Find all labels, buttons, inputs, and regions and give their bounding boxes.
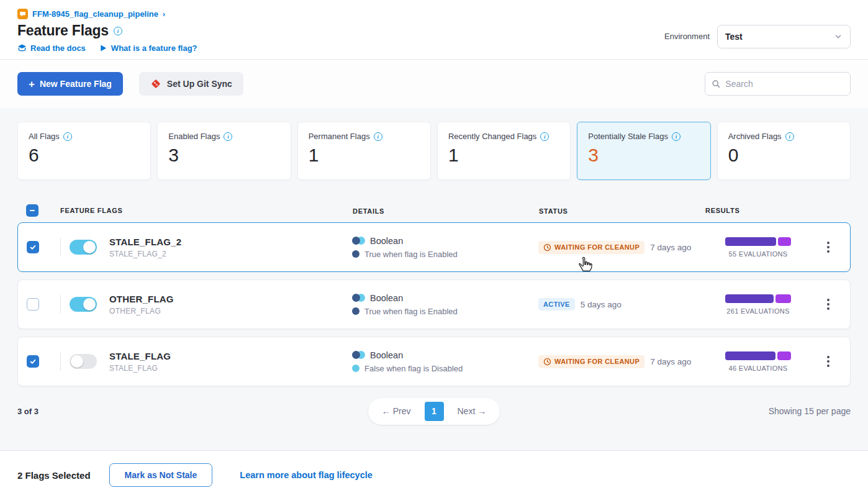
- status-time: 7 days ago: [650, 243, 691, 252]
- status-badge[interactable]: WAITING FOR CLEANUP: [538, 355, 644, 368]
- learn-more-link[interactable]: Learn more about flag lifecycle: [240, 470, 373, 480]
- toggle-knob: [83, 298, 96, 310]
- row-checkbox[interactable]: [27, 241, 39, 253]
- flag-toggle[interactable]: [70, 354, 97, 369]
- environment-select[interactable]: Test: [717, 25, 851, 48]
- variation-dot-icon: [352, 250, 359, 258]
- search-icon: [712, 79, 720, 89]
- stat-card-enabled-flags[interactable]: Enabled Flagsi 3: [157, 122, 291, 180]
- stat-label: Potentially Stale Flags: [588, 132, 668, 141]
- info-icon[interactable]: i: [224, 132, 232, 141]
- what-is-flag-label: What is a feature flag?: [111, 43, 197, 53]
- status-label: WAITING FOR CLEANUP: [554, 243, 640, 251]
- stat-label: Permanent Flags: [309, 132, 370, 141]
- stat-label: Enabled Flags: [168, 132, 220, 141]
- clock-icon: [543, 243, 551, 252]
- page-1-button[interactable]: 1: [425, 402, 444, 421]
- info-icon[interactable]: i: [672, 132, 680, 141]
- row-checkbox[interactable]: [27, 355, 39, 368]
- git-sync-label: Set Up Git Sync: [167, 79, 232, 89]
- breadcrumb-caret-icon: ›: [163, 10, 165, 19]
- plus-icon: +: [29, 79, 35, 89]
- status-badge[interactable]: ACTIVE: [538, 298, 575, 310]
- stat-value: 1: [448, 145, 559, 166]
- flag-variation: True when flag is Enabled: [364, 250, 458, 259]
- boolean-type-icon: [352, 294, 365, 302]
- flag-identifier: STALE_FLAG_2: [109, 250, 181, 258]
- stats-row: All Flagsi 6 Enabled Flagsi 3 Permanent …: [17, 122, 851, 180]
- pagination-summary: 3 of 3: [17, 407, 368, 416]
- evaluations-bar: [725, 294, 791, 303]
- variation-dot-icon: [352, 365, 359, 372]
- stat-card-potentially-stale-flags[interactable]: Potentially Stale Flagsi 3: [577, 122, 710, 180]
- flag-row-other-flag[interactable]: OTHER_FLAG OTHER_FLAG Boolean True when …: [17, 279, 851, 329]
- evaluations-bar: [725, 237, 791, 246]
- column-details: DETAILS: [353, 207, 384, 215]
- row-checkbox[interactable]: [27, 298, 39, 310]
- status-label: ACTIVE: [543, 301, 570, 308]
- environment-label: Environment: [664, 32, 710, 41]
- row-menu-button[interactable]: [823, 295, 833, 314]
- flag-row-stale-flag-2[interactable]: STALE_FLAG_2 STALE_FLAG_2 Boolean True w…: [17, 222, 851, 272]
- flag-name[interactable]: STALE_FLAG_2: [109, 237, 181, 247]
- next-page-button[interactable]: Next →: [450, 402, 494, 420]
- read-docs-label: Read the docs: [30, 43, 86, 53]
- new-feature-flag-label: New Feature Flag: [40, 79, 112, 89]
- chevron-down-icon: [834, 32, 843, 41]
- flag-kind: Boolean: [370, 236, 403, 246]
- flag-variation: True when flag is Enabled: [364, 307, 458, 316]
- table-header: FEATURE FLAGS DETAILS STATUS RESULTS: [17, 199, 851, 222]
- pagination-controls: ← Prev 1 Next →: [368, 398, 500, 425]
- page-header: FFM-8945_flag_cleanup_pipeline › Feature…: [0, 0, 868, 60]
- info-icon[interactable]: i: [63, 132, 72, 141]
- flag-name[interactable]: STALE_FLAG: [109, 351, 171, 361]
- select-all-checkbox[interactable]: [26, 204, 38, 217]
- prev-page-button[interactable]: ← Prev: [374, 402, 418, 420]
- title-info-icon[interactable]: i: [114, 27, 122, 35]
- check-icon: [29, 243, 37, 251]
- flag-identifier: OTHER_FLAG: [109, 307, 174, 315]
- info-icon[interactable]: i: [785, 132, 794, 141]
- evaluations-label: 46 EVALUATIONS: [729, 365, 788, 372]
- boolean-type-icon: [352, 351, 365, 359]
- stat-value: 3: [588, 145, 699, 166]
- stat-label: Recently Changed Flags: [448, 132, 536, 141]
- search-input[interactable]: [725, 79, 844, 89]
- flag-name[interactable]: OTHER_FLAG: [109, 294, 174, 304]
- flag-toggle[interactable]: [70, 240, 97, 255]
- pagination: 3 of 3 ← Prev 1 Next → Showing 15 per pa…: [17, 395, 851, 427]
- info-icon[interactable]: i: [540, 132, 549, 141]
- stat-card-permanent-flags[interactable]: Permanent Flagsi 1: [297, 122, 431, 180]
- status-badge[interactable]: WAITING FOR CLEANUP: [538, 241, 644, 254]
- minus-icon: [29, 207, 35, 214]
- toggle-knob: [71, 355, 83, 368]
- read-docs-link[interactable]: Read the docs: [17, 43, 86, 53]
- row-menu-button[interactable]: [823, 238, 833, 256]
- stat-card-all-flags[interactable]: All Flagsi 6: [17, 122, 151, 180]
- status-time: 5 days ago: [581, 300, 622, 309]
- breadcrumb-label[interactable]: FFM-8945_flag_cleanup_pipeline: [32, 9, 158, 19]
- environment-value: Test: [725, 32, 743, 42]
- page-title: Feature Flags: [17, 22, 109, 39]
- selected-count-text: 2 Flags Selected: [17, 470, 91, 481]
- stat-label: All Flags: [29, 132, 60, 141]
- git-sync-button[interactable]: Set Up Git Sync: [139, 72, 243, 96]
- evaluations-label: 55 EVALUATIONS: [729, 250, 788, 258]
- column-results: RESULTS: [705, 207, 739, 214]
- flag-toggle[interactable]: [70, 297, 97, 312]
- new-feature-flag-button[interactable]: + New Feature Flag: [17, 72, 123, 96]
- info-icon[interactable]: i: [374, 132, 382, 141]
- stat-value: 6: [29, 145, 140, 166]
- flag-kind: Boolean: [370, 293, 403, 303]
- check-icon: [29, 358, 37, 365]
- row-menu-button[interactable]: [823, 352, 833, 371]
- selection-bar: 2 Flags Selected Mark as Not Stale Learn…: [0, 450, 868, 503]
- flag-row-stale-flag[interactable]: STALE_FLAG STALE_FLAG Boolean False when…: [17, 337, 851, 386]
- mark-not-stale-button[interactable]: Mark as Not Stale: [109, 463, 213, 487]
- what-is-flag-link[interactable]: What is a feature flag?: [99, 43, 197, 53]
- divider: [60, 352, 61, 371]
- stat-card-archived-flags[interactable]: Archived Flagsi 0: [717, 122, 851, 180]
- breadcrumb[interactable]: FFM-8945_flag_cleanup_pipeline ›: [17, 9, 197, 19]
- status-label: WAITING FOR CLEANUP: [554, 358, 640, 365]
- stat-card-recently-changed-flags[interactable]: Recently Changed Flagsi 1: [437, 122, 571, 180]
